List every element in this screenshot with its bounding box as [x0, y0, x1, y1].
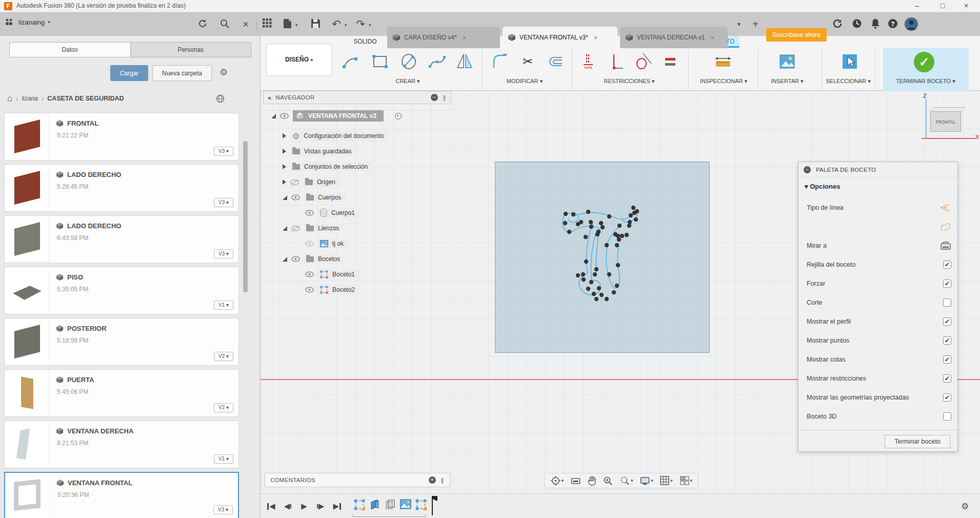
list-item-puerta[interactable]: PUERTA 5:45:06 PM V2 ▾	[4, 369, 239, 417]
expanded-arrow-icon[interactable]	[283, 257, 287, 262]
eye-visible-icon[interactable]	[305, 287, 314, 293]
show-projected-checkbox[interactable]: ✓	[943, 393, 951, 402]
linetype-construction-icon[interactable]	[940, 203, 951, 212]
ribbon-tab-solido[interactable]: SOLIDO	[348, 36, 382, 48]
timeline-marker-flag[interactable]	[433, 496, 437, 501]
tree-row-canvases[interactable]: Lienzos	[283, 222, 344, 235]
show-points-checkbox[interactable]: ✓	[943, 336, 951, 345]
list-item-frontal[interactable]: FRONTAL 5:21:22 PM V3 ▾	[4, 113, 239, 161]
timeline-go-start-button[interactable]: ◀	[265, 500, 278, 512]
eye-visible-icon[interactable]	[305, 271, 314, 277]
collapse-panel-icon[interactable]: «	[268, 94, 271, 102]
list-item-lado-derecho-2[interactable]: LADO DERECHO 6:43:58 PM V3 ▾	[4, 215, 239, 263]
constraint-tangent-button[interactable]	[632, 50, 654, 73]
list-item-posterior[interactable]: POSTERIOR 5:18:59 PM V2 ▾	[4, 318, 239, 366]
look-at-view-button[interactable]	[571, 476, 581, 485]
maximize-button[interactable]: □	[931, 0, 954, 12]
tree-row-canvas-tjok[interactable]: tj ok	[305, 237, 349, 250]
navigator-resize-grip[interactable]: ❚	[442, 94, 447, 101]
tree-row-origin[interactable]: Origen	[283, 175, 341, 189]
version-dropdown[interactable]: V3 ▾	[214, 198, 233, 207]
history-clock-icon[interactable]	[851, 18, 864, 30]
breadcrumb-user[interactable]: lizana	[22, 95, 38, 102]
team-switcher[interactable]: lizanaing ▾	[5, 17, 50, 27]
data-panel-toggle-icon[interactable]	[263, 18, 274, 30]
close-button[interactable]: ×	[954, 0, 978, 12]
tab-close-icon[interactable]: ×	[463, 34, 467, 42]
viewports-button[interactable]: ▾	[680, 476, 693, 485]
tab-close-icon[interactable]: ×	[710, 34, 714, 42]
timeline-position-marker[interactable]	[432, 496, 433, 515]
list-item-piso[interactable]: PISO 5:35:05 PM V1 ▾	[4, 267, 239, 314]
group-label-insertar[interactable]: INSERTAR ▾	[771, 78, 803, 85]
upload-button[interactable]: Cargar	[110, 65, 148, 81]
finish-sketch-button[interactable]: Terminar boceto	[885, 435, 950, 448]
display-settings-button[interactable]: ▾	[640, 476, 653, 485]
panel-scrollbar[interactable]	[243, 141, 248, 292]
expanded-arrow-icon[interactable]	[271, 114, 276, 118]
fillet-tool-button[interactable]	[489, 50, 511, 73]
group-label-seleccionar[interactable]: SELECCIONAR ▾	[826, 78, 870, 85]
show-dimensions-checkbox[interactable]: ✓	[943, 355, 951, 364]
version-dropdown[interactable]: V3 ▾	[213, 505, 233, 514]
redo-icon[interactable]: ↷	[355, 18, 366, 30]
version-dropdown[interactable]: V2 ▾	[214, 352, 233, 361]
tab-overflow-icon[interactable]: ▾	[733, 18, 745, 30]
grid-checkbox[interactable]: ✓	[943, 261, 951, 269]
version-dropdown[interactable]: V1 ▾	[214, 454, 233, 464]
doc-tab-ventana-frontal[interactable]: VENTANA FRONTAL v3* ×	[503, 27, 617, 48]
tree-row-sketches[interactable]: Bocetos	[283, 252, 345, 266]
panel-settings-gear-icon[interactable]: ⚙	[219, 67, 228, 78]
tree-row-saved-views[interactable]: Vistas guardadas	[283, 145, 357, 158]
tree-row-doc-settings[interactable]: ⚙Configuración del documento	[283, 129, 389, 143]
subscribe-button[interactable]: Suscríbase ahora	[766, 28, 827, 42]
options-section-header[interactable]: ▾ Opciones	[805, 183, 840, 190]
trim-scissors-button[interactable]: ✂	[516, 50, 539, 73]
version-dropdown[interactable]: V2 ▾	[214, 403, 233, 412]
pan-button[interactable]	[588, 476, 596, 486]
close-panel-icon[interactable]: ×	[240, 18, 251, 30]
collapsed-arrow-icon[interactable]	[283, 149, 286, 154]
view-cube[interactable]: Z FRONTAL X	[922, 93, 979, 144]
globe-icon[interactable]	[216, 94, 225, 103]
refresh-icon[interactable]	[197, 18, 209, 30]
save-icon[interactable]	[311, 18, 322, 30]
timeline-step-back-button[interactable]: ◀	[281, 500, 294, 512]
measure-tool-button[interactable]	[712, 50, 734, 73]
file-menu-icon[interactable]	[283, 18, 294, 30]
display-settings-caret-icon[interactable]: ▾	[651, 478, 653, 483]
timeline-play-button[interactable]: ▶	[297, 500, 311, 512]
tree-row-body1[interactable]: Cuerpo1	[305, 206, 360, 220]
palette-minimize-icon[interactable]: −	[804, 166, 811, 173]
show-profile-checkbox[interactable]: ✓	[943, 317, 951, 326]
navigator-header[interactable]: « NAVEGADOR − ❚	[263, 91, 451, 104]
rectangle-tool-button[interactable]	[369, 50, 391, 73]
home-icon[interactable]: ⌂	[7, 93, 12, 104]
activate-component-radio[interactable]	[395, 113, 402, 119]
constraint-coincident-button[interactable]	[577, 50, 600, 73]
undo-caret-icon[interactable]: ▾	[345, 23, 347, 28]
timeline-feature-offset[interactable]	[385, 499, 397, 511]
tab-close-icon[interactable]: ×	[594, 34, 598, 42]
minimize-button[interactable]: –	[905, 0, 929, 12]
timeline-go-end-button[interactable]: ▶	[330, 500, 344, 512]
expanded-arrow-icon[interactable]	[283, 195, 287, 200]
undo-icon[interactable]: ↶	[331, 18, 342, 30]
zoom-button[interactable]	[603, 476, 613, 486]
tree-root-row[interactable]: VENTANA FRONTAL v3	[271, 109, 402, 123]
collapsed-arrow-icon[interactable]	[283, 164, 286, 169]
job-status-icon[interactable]	[832, 18, 844, 30]
version-dropdown[interactable]: V3 ▾	[214, 147, 233, 156]
list-item-ventana-derecha[interactable]: VENTANA DERECHA 8:21:53 PM V1 ▾	[4, 421, 239, 468]
group-label-crear[interactable]: CREAR ▾	[395, 78, 419, 85]
tab-datos[interactable]: Datos	[10, 43, 130, 57]
timeline-feature-sketch2[interactable]	[415, 499, 428, 511]
line-tool-button[interactable]	[339, 50, 362, 73]
eye-hidden-icon[interactable]	[291, 225, 300, 232]
new-tab-icon[interactable]: +	[750, 18, 761, 30]
tree-row-sketch2[interactable]: Boceto2	[305, 283, 360, 296]
constraint-vertical-button[interactable]	[605, 50, 627, 73]
version-dropdown[interactable]: V1 ▾	[214, 301, 233, 310]
eye-visible-icon[interactable]	[291, 194, 300, 201]
tree-root-label[interactable]: VENTANA FRONTAL v3	[308, 112, 376, 119]
